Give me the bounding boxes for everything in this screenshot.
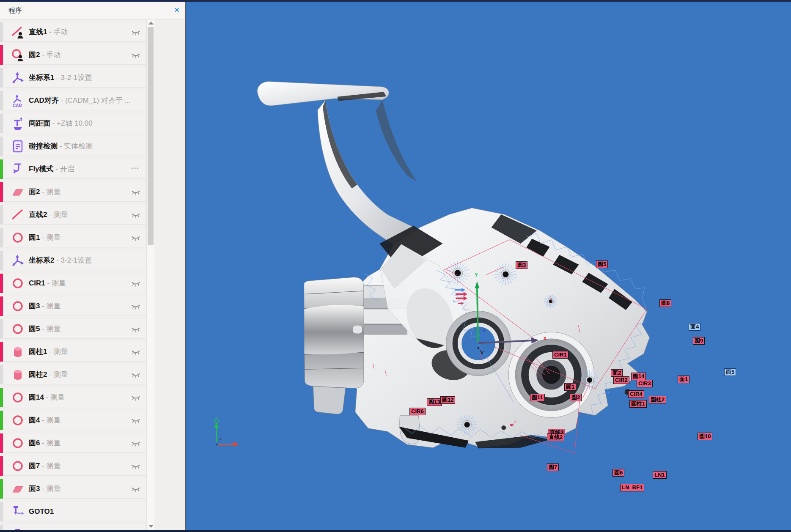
- program-item-9[interactable]: 直线2 - 测量: [4, 205, 146, 225]
- program-item-21[interactable]: 面3 - 测量: [4, 479, 146, 499]
- visibility-eye-icon[interactable]: [131, 371, 141, 378]
- feature-label-27[interactable]: 圆10: [698, 433, 712, 440]
- program-item-1[interactable]: 直线1 - 手动: [4, 22, 146, 42]
- close-icon[interactable]: ×: [171, 4, 182, 16]
- status-accent-bar: [0, 502, 3, 521]
- feature-label-20[interactable]: 圆柱2: [649, 396, 666, 403]
- program-item-22[interactable]: GOTO1: [4, 502, 146, 521]
- program-item-3[interactable]: 坐标系1 - 3-2-1设置: [4, 68, 146, 88]
- visibility-eye-icon[interactable]: [131, 439, 141, 447]
- visibility-eye-icon[interactable]: [131, 51, 141, 59]
- 3d-viewport[interactable]: x Y z: [185, 2, 791, 530]
- feature-label-25[interactable]: LN1: [653, 471, 667, 479]
- program-item-16[interactable]: 圆柱2 - 测量: [4, 365, 146, 384]
- feature-label-0[interactable]: 圆3: [516, 261, 527, 269]
- feature-label-9[interactable]: CIR2: [613, 376, 629, 384]
- program-item-7[interactable]: Fly模式 - 开启⋯: [4, 159, 146, 179]
- feature-label-7[interactable]: 面2: [611, 369, 623, 377]
- feature-label-17[interactable]: CIR6: [409, 408, 426, 415]
- program-item-15[interactable]: 圆柱1 - 测量: [4, 342, 146, 362]
- program-item-14[interactable]: 圆5 - 测量: [4, 319, 146, 339]
- visibility-eye-icon[interactable]: [131, 234, 141, 241]
- axis-x-label: x: [544, 335, 547, 341]
- program-item-13[interactable]: 圆3 - 测量: [4, 296, 146, 316]
- feature-label-16[interactable]: 圆12: [440, 396, 455, 404]
- program-item-label: 圆1 - 测量: [29, 233, 61, 242]
- feature-label-1[interactable]: 圆5: [596, 261, 608, 268]
- program-item-19[interactable]: 圆6 - 测量: [4, 433, 146, 453]
- program-item-label: CAD对齐 - (CADM_1) 对齐于 ...: [29, 96, 131, 105]
- feature-label-15[interactable]: 圆13: [427, 398, 442, 406]
- visibility-eye-icon[interactable]: [131, 462, 141, 470]
- program-item-12[interactable]: CIR1 - 测量: [4, 274, 146, 293]
- status-accent-bar: [0, 296, 3, 316]
- program-item-18[interactable]: 圆4 - 测量: [4, 411, 146, 430]
- visibility-eye-icon[interactable]: [131, 280, 141, 287]
- program-item-4[interactable]: CADCAD对齐 - (CADM_1) 对齐于 ...: [4, 91, 146, 110]
- feature-label-24[interactable]: 圆6: [612, 469, 624, 477]
- feature-label-6[interactable]: CIR1: [552, 351, 569, 359]
- axis-z-label: z: [483, 327, 486, 332]
- program-item-label: 直线1 - 手动: [29, 27, 68, 37]
- program-item-label: 圆6 - 测量: [29, 438, 61, 448]
- program-item-20[interactable]: 圆7 - 测量: [4, 456, 146, 476]
- visibility-eye-icon[interactable]: [131, 188, 141, 196]
- program-item-6[interactable]: 碰撞检测 - 实体检测: [4, 137, 146, 156]
- visibility-eye-icon[interactable]: [131, 348, 141, 356]
- feature-label-5[interactable]: 面5: [724, 368, 736, 376]
- program-item-label: 圆3 - 测量: [29, 301, 61, 311]
- plane-icon: [11, 185, 25, 199]
- feature-label-2[interactable]: 圆8: [659, 299, 671, 307]
- visibility-eye-icon[interactable]: [131, 485, 141, 493]
- goto-icon: [11, 505, 25, 519]
- scrollbar[interactable]: [146, 19, 154, 530]
- status-accent-bar: [0, 45, 3, 65]
- feature-label-11[interactable]: 面1: [678, 376, 689, 383]
- scroll-down-icon[interactable]: [148, 525, 154, 528]
- scrollbar-thumb[interactable]: [148, 27, 154, 245]
- program-item-5[interactable]: 间距面 - +Z轴 10.00: [4, 114, 146, 133]
- program-list: 直线1 - 手动圆2 - 手动坐标系1 - 3-2-1设置CADCAD对齐 - …: [0, 22, 146, 530]
- feature-label-12[interactable]: 圆1: [564, 383, 576, 391]
- program-item-11[interactable]: 坐标系2 - 3-2-1设置: [4, 251, 146, 270]
- scroll-up-icon[interactable]: [148, 22, 154, 25]
- window-top-edge: [0, 0, 791, 2]
- program-item-17[interactable]: 圆14 - 测量: [4, 388, 146, 407]
- visibility-eye-icon[interactable]: [131, 325, 141, 333]
- visibility-eye-icon[interactable]: [131, 302, 141, 310]
- program-item-23[interactable]: 1-40-A90BNF3DF5 - (90.0, -5…: [4, 525, 146, 530]
- world-z-label: z: [220, 436, 222, 441]
- feature-label-10[interactable]: CIR3: [637, 380, 653, 387]
- feature-label-23[interactable]: 圆7: [547, 463, 559, 471]
- axes-icon: [11, 71, 25, 85]
- more-options-icon[interactable]: ⋯: [131, 163, 140, 173]
- visibility-eye-icon[interactable]: [131, 211, 141, 219]
- feature-label-13[interactable]: 圆2: [570, 394, 582, 401]
- feature-label-18[interactable]: 圆柱1: [629, 400, 647, 408]
- status-accent-bar: [0, 479, 3, 499]
- program-panel: 程序 × 直线1 - 手动圆2 - 手动坐标系1 - 3-2-1设置CADCAD…: [0, 2, 185, 530]
- program-item-10[interactable]: 圆1 - 测量: [4, 228, 146, 247]
- status-accent-bar: [0, 91, 3, 110]
- feature-label-8[interactable]: 圆14: [631, 373, 646, 380]
- program-item-label: 圆7 - 测量: [29, 461, 61, 471]
- feature-label-22[interactable]: 直线2: [547, 433, 564, 441]
- program-item-label: 间距面 - +Z轴 10.00: [29, 118, 93, 128]
- feature-label-4[interactable]: 圆9: [693, 337, 705, 345]
- feature-label-26[interactable]: LN_BF1: [620, 484, 644, 491]
- feature-label-14[interactable]: 圆11: [530, 394, 545, 401]
- circle-point-icon: [11, 48, 25, 62]
- program-item-2[interactable]: 圆2 - 手动: [4, 45, 146, 65]
- visibility-eye-icon[interactable]: [131, 417, 141, 424]
- visibility-eye-icon[interactable]: [131, 28, 141, 36]
- program-item-label: 坐标系2 - 3-2-1设置: [29, 255, 92, 265]
- status-accent-bar: [0, 114, 3, 133]
- circle-icon: [11, 299, 25, 313]
- feature-label-3[interactable]: 面4: [689, 323, 700, 331]
- program-item-label: 圆2 - 手动: [29, 50, 61, 60]
- feature-label-19[interactable]: CIR4: [628, 390, 644, 398]
- circle-icon: [11, 413, 25, 428]
- visibility-eye-icon[interactable]: [131, 394, 141, 401]
- program-item-8[interactable]: 面2 - 测量: [4, 182, 146, 202]
- status-accent-bar: [0, 319, 3, 339]
